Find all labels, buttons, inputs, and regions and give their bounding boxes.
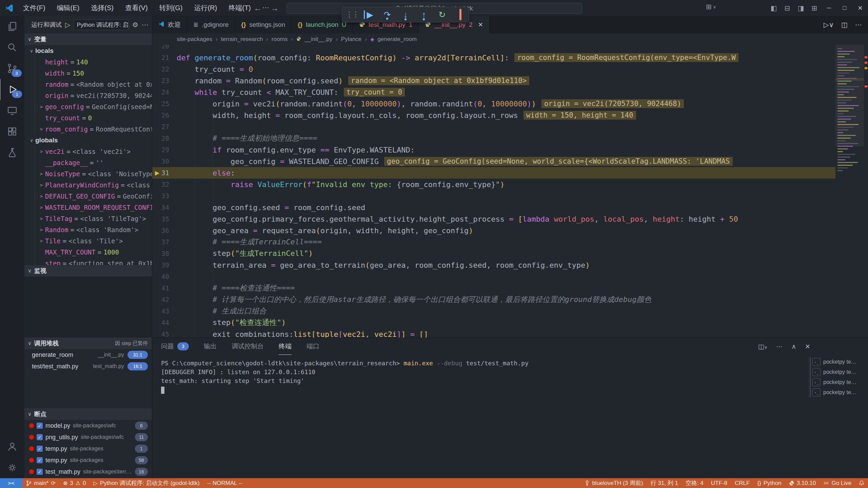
code-line[interactable]: 32 raise ValueError(f"Invalid env type: … <box>152 179 835 190</box>
breakpoint-checkbox[interactable]: ✓ <box>37 446 43 452</box>
menu-item[interactable]: 终端(T) <box>224 2 256 14</box>
encoding-status[interactable]: UTF-8 <box>707 478 731 488</box>
code-line[interactable]: 36 geo_area = request_area(origin, width… <box>152 225 835 236</box>
terminal-instance[interactable]: ›_pocketpy te… <box>812 357 865 367</box>
go-live-status[interactable]: Go Live <box>820 478 855 488</box>
breakpoint-checkbox[interactable]: ✓ <box>37 469 43 475</box>
code-line[interactable]: 42 # 计算每一个出口的中心，然后使用astar生成路径，确保每一个出口组合都… <box>152 294 835 305</box>
code-line[interactable]: 43 # 生成出口组合 <box>152 305 835 317</box>
variable-row[interactable]: >TileTag=<class 'TileTag'> <box>35 213 152 224</box>
menu-item[interactable]: 运行(R) <box>189 2 222 14</box>
split-editor-icon[interactable]: ◫ <box>841 21 848 29</box>
toggle-secondary-sidebar-icon[interactable]: ◨ <box>794 4 808 12</box>
debug-config-dropdown[interactable]: Python 调试程序: 启∨ <box>74 19 129 30</box>
breadcrumb-item[interactable]: rooms <box>272 36 288 43</box>
code-line[interactable]: 25 origin = vec2i(random.randint(0, 1000… <box>152 98 835 109</box>
variable-group[interactable]: ∨globals <box>24 135 152 146</box>
panel-tab-终端[interactable]: 终端 <box>279 338 292 355</box>
variable-row[interactable]: >DEFAULT_GEO_CONFIG=GeoConfig(seed=1… <box>35 190 152 202</box>
activity-remote-explorer-icon[interactable] <box>0 100 24 121</box>
panel-tab-调试控制台[interactable]: 调试控制台 <box>232 338 264 355</box>
breadcrumb-item[interactable]: site-packages <box>177 36 212 43</box>
branch-status[interactable]: main* ⟳ <box>22 478 59 488</box>
code-line[interactable]: 24 while try_count < MAX_TRY_COUNT:try_c… <box>152 86 835 98</box>
variable-group[interactable]: ∨locals <box>24 45 152 56</box>
terminal-instance[interactable]: ›_pocketpy te… <box>812 367 865 377</box>
code-line[interactable]: 28 # ====生成初始地理信息==== <box>152 133 835 144</box>
code-line[interactable]: 37 # ====生成TerrainCell==== <box>152 236 835 248</box>
tab-欢迎[interactable]: 欢迎 <box>152 16 187 34</box>
callstack-section-header[interactable]: ∨调用堆栈 因 step 已暂停 <box>24 338 152 349</box>
code-line[interactable]: 23 random = Random(room_config.seed)rand… <box>152 75 835 86</box>
variables-section-header[interactable]: ∨变量 <box>24 34 152 45</box>
variable-row[interactable]: >NoiseType=<class 'NoiseType'> <box>35 168 152 179</box>
close-panel-icon[interactable]: ✕ <box>805 343 810 350</box>
gitlens-blame-status[interactable]: blueloveTH (3 周前) <box>581 478 647 488</box>
run-python-file-icon[interactable]: ▷∨ <box>824 21 834 29</box>
callstack-frame[interactable]: generate_room__init__.py31:1 <box>24 349 152 361</box>
variable-row[interactable]: >Tile=<class 'Tile'> <box>35 235 152 246</box>
restart-icon[interactable]: ↻ <box>437 11 447 19</box>
cursor-position-status[interactable]: 行 31, 列 1 <box>647 478 682 488</box>
code-line[interactable]: 21def generate_room(room_config: RoomReq… <box>152 52 835 63</box>
breakpoint-row[interactable]: ✓temp.pysite-packages58 <box>24 454 152 466</box>
variable-row[interactable]: >vec2i=<class 'vec2i'> <box>35 146 152 157</box>
menu-item[interactable]: 转到(G) <box>155 2 188 14</box>
code-line[interactable]: 30 geo_config = WASTELAND_GEO_CONFIGgeo_… <box>152 156 835 167</box>
split-terminal-icon[interactable]: ◫∨ <box>758 343 767 350</box>
terminal-instance[interactable]: ›_pocketpy te… <box>812 387 865 398</box>
variable-row[interactable]: __package__='' <box>35 157 152 168</box>
activity-extensions-icon[interactable] <box>0 121 24 142</box>
more-actions-icon[interactable]: ⋯ <box>142 21 149 29</box>
terminal-instance[interactable]: ›_pocketpy te… <box>812 377 865 387</box>
code-line[interactable]: 44 step("检查连通性") <box>152 317 835 328</box>
eol-status[interactable]: CRLF <box>731 478 753 488</box>
breadcrumb-item[interactable]: generate_room <box>378 36 417 43</box>
step-out-icon[interactable]: ↑ <box>419 11 429 19</box>
breakpoint-checkbox[interactable]: ✓ <box>37 423 43 429</box>
breakpoint-checkbox[interactable]: ✓ <box>37 434 43 440</box>
step-over-icon[interactable]: ↷ <box>382 11 392 19</box>
step-into-icon[interactable]: ↓ <box>400 11 411 19</box>
customize-layout-icon[interactable]: ⊞ <box>808 4 821 12</box>
variable-row[interactable]: try_count=0 <box>35 112 152 123</box>
breakpoint-checkbox[interactable]: ✓ <box>37 457 43 463</box>
breakpoint-row[interactable]: ✓temp.pysite-packages1 <box>24 443 152 454</box>
gear-icon[interactable]: ⚙ <box>132 21 138 29</box>
menu-item[interactable]: 编辑(E) <box>52 2 84 14</box>
terminal-output[interactable]: PS C:\computer_science\godot-ldtk\site-p… <box>161 359 807 394</box>
grid-menu-icon[interactable]: ⊞∨ <box>706 3 716 11</box>
code-line[interactable]: 26 width, height = room_config.layout.n_… <box>152 109 835 121</box>
callstack-frame[interactable]: test/test_math.pytest_math.py16:1 <box>24 361 152 372</box>
activity-accounts-icon[interactable] <box>0 436 24 457</box>
remote-indicator[interactable]: >< <box>0 478 22 488</box>
activity-testing-icon[interactable] <box>0 142 24 163</box>
panel-more-actions-icon[interactable]: ⋯ <box>776 343 783 350</box>
maximize-panel-icon[interactable]: ∧ <box>791 343 796 350</box>
variable-row[interactable]: height=140 <box>35 56 152 67</box>
code-line[interactable]: 38 step("生成TerrainCell") <box>152 248 835 259</box>
stop-icon[interactable] <box>455 11 466 19</box>
code-line[interactable]: 39 terrain_area = geo_area_to_terrain(ge… <box>152 259 835 271</box>
menu-item[interactable]: 查看(V) <box>120 2 153 14</box>
variable-row[interactable]: MAX_TRY_COUNT=1000 <box>35 246 152 258</box>
activity-search-icon[interactable] <box>0 37 24 58</box>
indentation-status[interactable]: 空格: 4 <box>682 478 707 488</box>
close-icon[interactable]: ✕ <box>478 21 483 28</box>
breadcrumb-item[interactable]: terrain_research <box>221 36 263 43</box>
continue-icon[interactable]: ▶ <box>364 11 374 19</box>
variable-row[interactable]: step=<function step at 0x1bf8d716d… <box>35 258 152 265</box>
code-line[interactable]: 31 else: <box>152 167 835 179</box>
minimap[interactable] <box>835 45 868 338</box>
variable-row[interactable]: origin=vec2i(7205730, 9024468) <box>35 90 152 101</box>
activity-explorer-icon[interactable] <box>0 16 24 37</box>
window-maximize-button[interactable]: □ <box>837 0 852 16</box>
activity-manage-icon[interactable] <box>0 457 24 478</box>
editor-more-actions-icon[interactable]: ⋯ <box>855 21 862 29</box>
language-mode-status[interactable]: {}Python <box>753 478 785 488</box>
nav-back-icon[interactable]: ← <box>254 3 262 13</box>
nav-forward-icon[interactable]: → <box>271 3 279 13</box>
menu-item[interactable]: 选择(S) <box>86 2 118 14</box>
variable-row[interactable]: >room_config=RoomRequestConfig(env_t… <box>35 123 152 135</box>
code-line[interactable]: 40 <box>152 271 835 282</box>
